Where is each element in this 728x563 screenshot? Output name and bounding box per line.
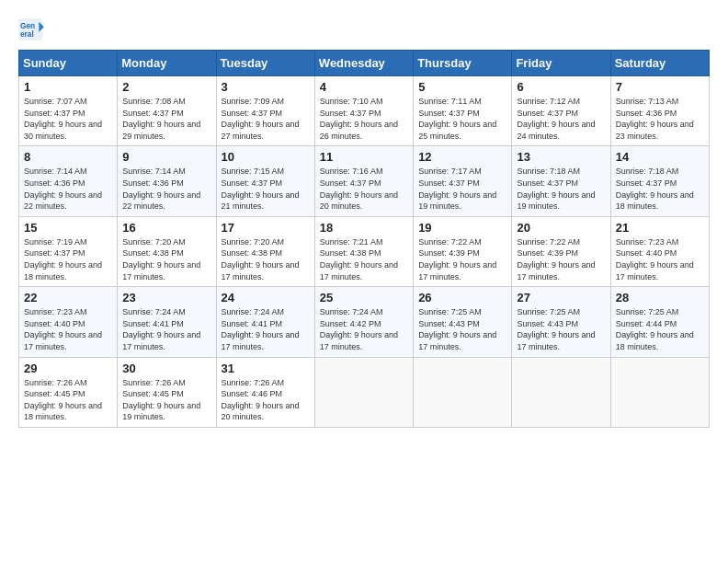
day-info: Sunrise: 7:26 AM Sunset: 4:45 PM Dayligh… — [24, 377, 112, 423]
day-info: Sunrise: 7:10 AM Sunset: 4:37 PM Dayligh… — [320, 96, 408, 142]
day-number: 11 — [320, 150, 408, 164]
day-info: Sunrise: 7:24 AM Sunset: 4:42 PM Dayligh… — [320, 306, 408, 352]
header-day-sunday: Sunday — [19, 51, 118, 76]
day-number: 12 — [418, 150, 506, 164]
day-number: 29 — [24, 362, 112, 375]
logo-icon: Gen eral — [18, 18, 44, 40]
day-number: 7 — [616, 80, 704, 94]
day-number: 1 — [24, 80, 112, 94]
day-number: 28 — [616, 291, 704, 304]
day-number: 21 — [616, 221, 704, 235]
day-cell: 26 Sunrise: 7:25 AM Sunset: 4:43 PM Dayl… — [414, 287, 512, 357]
day-cell: 18 Sunrise: 7:21 AM Sunset: 4:38 PM Dayl… — [314, 216, 413, 286]
day-info: Sunrise: 7:18 AM Sunset: 4:37 PM Dayligh… — [616, 166, 704, 212]
day-info: Sunrise: 7:23 AM Sunset: 4:40 PM Dayligh… — [24, 306, 112, 352]
day-cell: 1 Sunrise: 7:07 AM Sunset: 4:37 PM Dayli… — [19, 76, 118, 146]
day-number: 3 — [222, 80, 310, 94]
svg-text:eral: eral — [20, 29, 34, 39]
day-number: 9 — [122, 150, 210, 164]
day-number: 26 — [418, 291, 506, 304]
day-info: Sunrise: 7:25 AM Sunset: 4:44 PM Dayligh… — [616, 306, 704, 352]
day-cell: 2 Sunrise: 7:08 AM Sunset: 4:37 PM Dayli… — [118, 76, 216, 146]
day-info: Sunrise: 7:25 AM Sunset: 4:43 PM Dayligh… — [418, 306, 506, 352]
day-number: 20 — [517, 221, 605, 235]
week-row-2: 8 Sunrise: 7:14 AM Sunset: 4:36 PM Dayli… — [19, 146, 710, 216]
day-number: 4 — [320, 80, 408, 94]
header-row: SundayMondayTuesdayWednesdayThursdayFrid… — [19, 51, 710, 76]
day-info: Sunrise: 7:24 AM Sunset: 4:41 PM Dayligh… — [122, 306, 210, 352]
day-info: Sunrise: 7:23 AM Sunset: 4:40 PM Dayligh… — [616, 236, 704, 282]
day-number: 13 — [517, 150, 605, 164]
day-cell: 13 Sunrise: 7:18 AM Sunset: 4:37 PM Dayl… — [512, 146, 610, 216]
day-number: 31 — [222, 362, 310, 375]
header-day-friday: Friday — [512, 51, 610, 76]
day-info: Sunrise: 7:22 AM Sunset: 4:39 PM Dayligh… — [418, 236, 506, 282]
header-day-thursday: Thursday — [414, 51, 512, 76]
day-info: Sunrise: 7:13 AM Sunset: 4:36 PM Dayligh… — [616, 96, 704, 142]
day-cell: 17 Sunrise: 7:20 AM Sunset: 4:38 PM Dayl… — [216, 216, 314, 286]
day-info: Sunrise: 7:08 AM Sunset: 4:37 PM Dayligh… — [122, 96, 210, 142]
header: Gen eral — [18, 18, 710, 40]
day-info: Sunrise: 7:26 AM Sunset: 4:45 PM Dayligh… — [122, 377, 210, 423]
day-number: 25 — [320, 291, 408, 304]
day-info: Sunrise: 7:15 AM Sunset: 4:37 PM Dayligh… — [222, 166, 310, 212]
day-number: 16 — [122, 221, 210, 235]
day-number: 27 — [517, 291, 605, 304]
day-number: 8 — [24, 150, 112, 164]
day-info: Sunrise: 7:20 AM Sunset: 4:38 PM Dayligh… — [222, 236, 310, 282]
day-cell: 24 Sunrise: 7:24 AM Sunset: 4:41 PM Dayl… — [216, 287, 314, 357]
day-cell: 31 Sunrise: 7:26 AM Sunset: 4:46 PM Dayl… — [216, 357, 314, 427]
day-info: Sunrise: 7:20 AM Sunset: 4:38 PM Dayligh… — [122, 236, 210, 282]
day-number: 10 — [222, 150, 310, 164]
day-info: Sunrise: 7:16 AM Sunset: 4:37 PM Dayligh… — [320, 166, 408, 212]
day-info: Sunrise: 7:12 AM Sunset: 4:37 PM Dayligh… — [517, 96, 605, 142]
day-cell: 15 Sunrise: 7:19 AM Sunset: 4:37 PM Dayl… — [19, 216, 118, 286]
day-cell: 27 Sunrise: 7:25 AM Sunset: 4:43 PM Dayl… — [512, 287, 610, 357]
day-cell: 16 Sunrise: 7:20 AM Sunset: 4:38 PM Dayl… — [118, 216, 216, 286]
day-info: Sunrise: 7:11 AM Sunset: 4:37 PM Dayligh… — [418, 96, 506, 142]
day-number: 23 — [122, 291, 210, 304]
day-cell: 21 Sunrise: 7:23 AM Sunset: 4:40 PM Dayl… — [610, 216, 709, 286]
day-cell: 20 Sunrise: 7:22 AM Sunset: 4:39 PM Dayl… — [512, 216, 610, 286]
day-cell — [414, 357, 512, 427]
day-number: 19 — [418, 221, 506, 235]
day-number: 24 — [222, 291, 310, 304]
day-info: Sunrise: 7:22 AM Sunset: 4:39 PM Dayligh… — [517, 236, 605, 282]
day-cell: 12 Sunrise: 7:17 AM Sunset: 4:37 PM Dayl… — [414, 146, 512, 216]
day-number: 6 — [517, 80, 605, 94]
day-info: Sunrise: 7:26 AM Sunset: 4:46 PM Dayligh… — [222, 377, 310, 423]
day-number: 15 — [24, 221, 112, 235]
day-cell — [512, 357, 610, 427]
day-cell: 4 Sunrise: 7:10 AM Sunset: 4:37 PM Dayli… — [314, 76, 413, 146]
day-cell: 8 Sunrise: 7:14 AM Sunset: 4:36 PM Dayli… — [19, 146, 118, 216]
day-cell: 19 Sunrise: 7:22 AM Sunset: 4:39 PM Dayl… — [414, 216, 512, 286]
logo: Gen eral — [18, 18, 48, 40]
day-number: 5 — [418, 80, 506, 94]
day-number: 17 — [222, 221, 310, 235]
day-cell: 3 Sunrise: 7:09 AM Sunset: 4:37 PM Dayli… — [216, 76, 314, 146]
header-day-saturday: Saturday — [610, 51, 709, 76]
day-number: 2 — [122, 80, 210, 94]
header-day-monday: Monday — [118, 51, 216, 76]
day-cell: 9 Sunrise: 7:14 AM Sunset: 4:36 PM Dayli… — [118, 146, 216, 216]
day-cell: 6 Sunrise: 7:12 AM Sunset: 4:37 PM Dayli… — [512, 76, 610, 146]
day-cell: 10 Sunrise: 7:15 AM Sunset: 4:37 PM Dayl… — [216, 146, 314, 216]
week-row-4: 22 Sunrise: 7:23 AM Sunset: 4:40 PM Dayl… — [19, 287, 710, 357]
day-cell: 22 Sunrise: 7:23 AM Sunset: 4:40 PM Dayl… — [19, 287, 118, 357]
day-cell: 11 Sunrise: 7:16 AM Sunset: 4:37 PM Dayl… — [314, 146, 413, 216]
day-cell: 14 Sunrise: 7:18 AM Sunset: 4:37 PM Dayl… — [610, 146, 709, 216]
day-info: Sunrise: 7:19 AM Sunset: 4:37 PM Dayligh… — [24, 236, 112, 282]
day-number: 14 — [616, 150, 704, 164]
day-number: 22 — [24, 291, 112, 304]
day-info: Sunrise: 7:09 AM Sunset: 4:37 PM Dayligh… — [222, 96, 310, 142]
day-cell: 30 Sunrise: 7:26 AM Sunset: 4:45 PM Dayl… — [118, 357, 216, 427]
header-day-wednesday: Wednesday — [314, 51, 413, 76]
week-row-5: 29 Sunrise: 7:26 AM Sunset: 4:45 PM Dayl… — [19, 357, 710, 427]
day-number: 18 — [320, 221, 408, 235]
day-cell: 7 Sunrise: 7:13 AM Sunset: 4:36 PM Dayli… — [610, 76, 709, 146]
day-cell: 28 Sunrise: 7:25 AM Sunset: 4:44 PM Dayl… — [610, 287, 709, 357]
day-cell: 5 Sunrise: 7:11 AM Sunset: 4:37 PM Dayli… — [414, 76, 512, 146]
day-info: Sunrise: 7:18 AM Sunset: 4:37 PM Dayligh… — [517, 166, 605, 212]
day-info: Sunrise: 7:17 AM Sunset: 4:37 PM Dayligh… — [418, 166, 506, 212]
day-number: 30 — [122, 362, 210, 375]
